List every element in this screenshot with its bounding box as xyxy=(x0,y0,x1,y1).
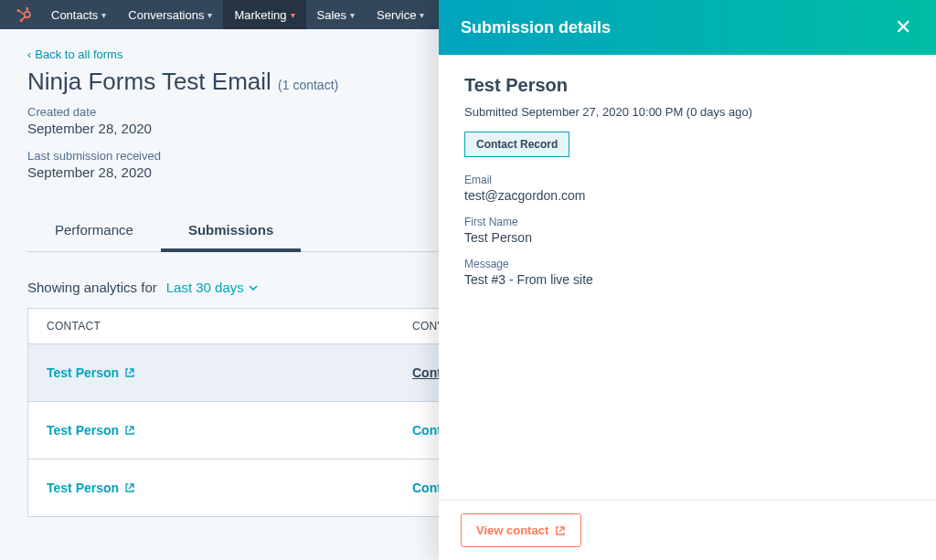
chevron-down-icon: ▾ xyxy=(101,10,106,20)
field-email: Email test@zacgordon.com xyxy=(464,174,910,203)
back-link-label: Back to all forms xyxy=(35,48,122,61)
nav-contacts[interactable]: Contacts ▾ xyxy=(40,0,117,29)
nav-service[interactable]: Service ▾ xyxy=(366,0,435,29)
field-label: Email xyxy=(464,174,910,186)
nav-marketing[interactable]: Marketing ▾ xyxy=(223,0,305,29)
field-value: test@zacgordon.com xyxy=(464,188,910,203)
contact-name: Test Person xyxy=(47,365,119,380)
tab-submissions[interactable]: Submissions xyxy=(161,213,301,252)
field-label: Message xyxy=(464,258,910,270)
contact-name: Test Person xyxy=(47,481,119,495)
svg-point-0 xyxy=(25,12,30,17)
date-range-select[interactable]: Last 30 days xyxy=(166,280,258,295)
nav-sales[interactable]: Sales ▾ xyxy=(306,0,367,29)
field-label: First Name xyxy=(464,216,910,228)
contact-link[interactable]: Test Person xyxy=(47,365,135,380)
close-icon[interactable]: ✕ xyxy=(892,16,914,38)
contact-name: Test Person xyxy=(47,423,119,438)
chevron-left-icon: ‹ xyxy=(27,48,31,61)
field-value: Test #3 - From live site xyxy=(464,272,910,287)
nav-label: Contacts xyxy=(51,8,98,22)
tab-performance[interactable]: Performance xyxy=(27,213,161,252)
nav-label: Conversations xyxy=(128,8,204,22)
submission-details-panel: Submission details ✕ Test Person Submitt… xyxy=(439,0,936,560)
chevron-down-icon: ▾ xyxy=(350,10,355,20)
nav-label: Service xyxy=(377,8,416,22)
view-contact-button[interactable]: View contact xyxy=(461,513,581,547)
field-message: Message Test #3 - From live site xyxy=(464,258,910,287)
external-link-icon xyxy=(124,482,135,493)
panel-title: Submission details xyxy=(461,18,611,37)
caret-down-icon xyxy=(249,285,258,291)
filter-prefix: Showing analytics for xyxy=(27,280,157,295)
hubspot-logo-icon[interactable] xyxy=(7,0,40,29)
contact-link[interactable]: Test Person xyxy=(47,481,135,495)
chevron-down-icon: ▾ xyxy=(420,10,424,20)
contact-link[interactable]: Test Person xyxy=(47,423,135,438)
nav-label: Marketing xyxy=(234,8,286,22)
svg-point-6 xyxy=(20,19,22,21)
panel-body: Test Person Submitted September 27, 2020… xyxy=(439,55,936,500)
contact-heading: Test Person xyxy=(464,75,910,96)
external-link-icon xyxy=(555,525,566,536)
back-link[interactable]: ‹ Back to all forms xyxy=(27,48,122,61)
page-title-sub: (1 contact) xyxy=(278,78,338,92)
external-link-icon xyxy=(124,367,135,378)
field-value: Test Person xyxy=(464,230,910,245)
page-title-text: Ninja Forms Test Email xyxy=(27,68,271,95)
chevron-down-icon: ▾ xyxy=(207,10,212,20)
panel-header: Submission details ✕ xyxy=(439,0,936,55)
nav-conversations[interactable]: Conversations ▾ xyxy=(117,0,223,29)
submitted-timestamp: Submitted September 27, 2020 10:00 PM (0… xyxy=(464,105,910,119)
external-link-icon xyxy=(124,425,135,436)
panel-footer: View contact xyxy=(439,500,936,560)
svg-rect-4 xyxy=(26,7,28,10)
nav-label: Sales xyxy=(317,8,347,22)
chevron-down-icon: ▾ xyxy=(291,10,295,20)
col-contact: CONTACT xyxy=(47,320,412,333)
contact-record-button[interactable]: Contact Record xyxy=(464,132,569,157)
view-contact-label: View contact xyxy=(476,523,548,537)
filter-value: Last 30 days xyxy=(166,280,244,295)
svg-point-2 xyxy=(17,9,20,12)
field-first-name: First Name Test Person xyxy=(464,216,910,245)
